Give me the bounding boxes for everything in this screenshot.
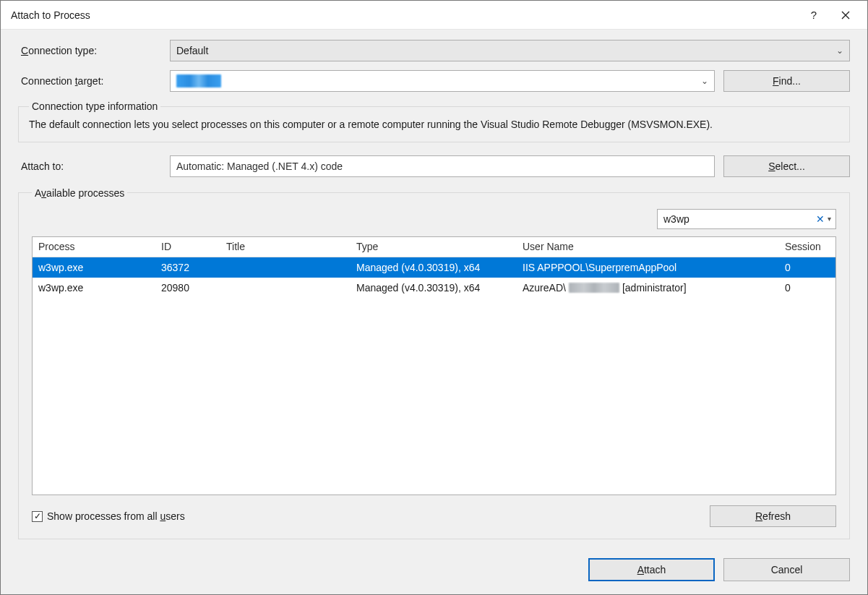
find-button[interactable]: Find...: [723, 70, 850, 92]
checkbox-icon: ✓: [32, 511, 43, 522]
dialog-footer: Attach Cancel: [18, 558, 850, 581]
connection-info-groupbox: Connection type information The default …: [18, 100, 850, 142]
connection-target-input[interactable]: ⌄: [170, 70, 715, 92]
window-title: Attach to Process: [11, 9, 798, 21]
col-title[interactable]: Title: [220, 241, 351, 252]
connection-type-row: Connection type: Default ⌄: [18, 40, 850, 61]
chevron-down-icon[interactable]: ▾: [828, 215, 831, 223]
refresh-button[interactable]: Refresh: [710, 505, 836, 527]
col-session[interactable]: Session: [779, 241, 835, 252]
clear-filter-icon[interactable]: ✕: [816, 213, 825, 225]
redacted-text: [569, 283, 619, 293]
attach-to-label: Attach to:: [18, 160, 170, 172]
table-row[interactable]: w3wp.exe 20980 Managed (v4.0.30319), x64…: [33, 278, 835, 298]
process-filter-input[interactable]: w3wp ✕ ▾: [657, 209, 836, 229]
listview-header: Process ID Title Type User Name Session: [33, 237, 835, 257]
connection-target-row: Connection target: ⌄ Find...: [18, 70, 850, 92]
close-button[interactable]: [830, 5, 861, 25]
select-button[interactable]: Select...: [723, 155, 850, 177]
process-listview[interactable]: Process ID Title Type User Name Session …: [32, 236, 836, 495]
close-icon: [841, 11, 850, 20]
listview-body: w3wp.exe 36372 Managed (v4.0.30319), x64…: [33, 257, 835, 495]
connection-type-label: Connection type:: [18, 45, 170, 56]
dialog-body: Connection type: Default ⌄ Connection ta…: [1, 30, 867, 594]
show-all-users-checkbox[interactable]: ✓ Show processes from all users: [32, 510, 185, 522]
cancel-button[interactable]: Cancel: [723, 558, 850, 581]
connection-info-text: The default connection lets you select p…: [29, 118, 839, 132]
table-row[interactable]: w3wp.exe 36372 Managed (v4.0.30319), x64…: [33, 257, 835, 278]
col-user[interactable]: User Name: [517, 241, 779, 252]
connection-type-value: Default: [176, 45, 208, 56]
attach-to-process-dialog: Attach to Process ? Connection type: Def…: [0, 0, 868, 595]
processes-bottom-row: ✓ Show processes from all users Refresh: [32, 505, 836, 527]
filter-row: w3wp ✕ ▾: [32, 209, 836, 229]
process-filter-value: w3wp: [663, 213, 816, 225]
help-button[interactable]: ?: [798, 5, 830, 25]
titlebar: Attach to Process ?: [1, 1, 867, 30]
chevron-down-icon: ⌄: [701, 76, 708, 86]
attach-button[interactable]: Attach: [588, 558, 715, 581]
connection-target-label: Connection target:: [18, 75, 170, 87]
available-processes-group: Available processes w3wp ✕ ▾ Process ID …: [18, 187, 850, 539]
available-processes-legend: Available processes: [32, 187, 127, 199]
connection-type-combo[interactable]: Default ⌄: [170, 40, 850, 61]
connection-info-legend: Connection type information: [29, 100, 160, 112]
col-id[interactable]: ID: [155, 241, 220, 252]
chevron-down-icon: ⌄: [836, 46, 843, 56]
col-process[interactable]: Process: [33, 241, 155, 252]
attach-to-row: Attach to: Automatic: Managed (.NET 4.x)…: [18, 155, 850, 177]
attach-to-value: Automatic: Managed (.NET 4.x) code: [170, 155, 715, 177]
col-type[interactable]: Type: [351, 241, 517, 252]
redacted-text: [176, 74, 221, 87]
